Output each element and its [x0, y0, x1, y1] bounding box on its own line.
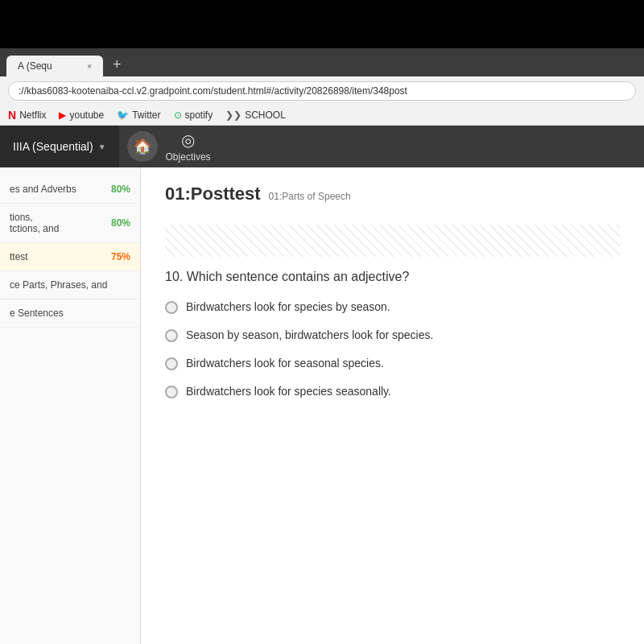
school-label: SCHOOL — [245, 109, 286, 121]
sidebar-label-4: e Sentences — [10, 308, 130, 319]
sidebar-item-4[interactable]: e Sentences — [0, 299, 140, 328]
new-tab-button[interactable]: + — [106, 53, 128, 76]
browser-chrome: A (Sequ × + N Netflix ▶ youtube 🐦 Twitte… — [0, 48, 644, 126]
sidebar-score-0: 80% — [111, 184, 130, 195]
sidebar-label-1: tions,tctions, and — [10, 212, 111, 234]
home-button[interactable]: 🏠 — [127, 131, 158, 162]
bookmarks-bar: N Netflix ▶ youtube 🐦 Twitter ⊙ spotify … — [0, 105, 644, 126]
dropdown-arrow-icon: ▼ — [98, 142, 106, 151]
bookmark-school[interactable]: ❯❯ SCHOOL — [225, 109, 286, 121]
sidebar-score-1: 80% — [111, 217, 130, 229]
question-text: 10. Which sentence contains an adjective… — [165, 270, 620, 284]
bookmark-youtube[interactable]: ▶ youtube — [59, 109, 104, 121]
sidebar-item-2[interactable]: ttest 75% — [0, 243, 140, 271]
sidebar-item-0[interactable]: es and Adverbs 80% — [0, 175, 140, 204]
sidebar-label-2: ttest — [10, 251, 111, 262]
decorative-pattern — [165, 225, 620, 257]
netflix-icon: N — [8, 109, 16, 122]
quiz-title: 01:Posttest — [165, 184, 261, 204]
monitor-bezel — [0, 0, 644, 48]
radio-button-3[interactable] — [165, 386, 178, 398]
radio-button-1[interactable] — [165, 329, 178, 342]
app-title-text: IIIA (Sequential) — [13, 140, 93, 153]
school-icon: ❯❯ — [225, 109, 242, 121]
sidebar-item-3[interactable]: ce Parts, Phrases, and — [0, 271, 140, 299]
objectives-label: Objectives — [166, 151, 211, 163]
quiz-subtitle: 01:Parts of Speech — [269, 191, 351, 202]
sidebar-item-1[interactable]: tions,tctions, and 80% — [0, 204, 140, 243]
objectives-button[interactable]: ◎ Objectives — [166, 130, 211, 163]
sidebar-score-2: 75% — [111, 251, 130, 262]
bookmark-netflix[interactable]: N Netflix — [8, 109, 46, 122]
answer-option-0[interactable]: Birdwatchers look for species by season. — [165, 300, 620, 314]
tab-label: A (Sequ — [18, 60, 52, 72]
sidebar-label-3: ce Parts, Phrases, and — [10, 279, 130, 291]
objectives-icon: ◎ — [181, 130, 195, 150]
main-content: IIIA (Sequential) ▼ 🏠 ◎ Objectives es an… — [0, 126, 644, 644]
tab-bar: A (Sequ × + — [6, 53, 638, 76]
app-navbar: IIIA (Sequential) ▼ 🏠 ◎ Objectives — [0, 126, 644, 167]
answer-text-1: Season by season, birdwatchers look for … — [186, 328, 433, 341]
app-title-section[interactable]: IIIA (Sequential) ▼ — [0, 126, 119, 167]
answer-option-2[interactable]: Birdwatchers look for seasonal species. — [165, 357, 620, 370]
url-input[interactable] — [8, 81, 636, 101]
twitter-label: Twitter — [132, 109, 160, 121]
active-tab[interactable]: A (Sequ × — [6, 56, 103, 76]
quiz-area: 01:Posttest 01:Parts of Speech 10. Which… — [141, 167, 644, 644]
answer-text-0: Birdwatchers look for species by season. — [186, 300, 390, 313]
netflix-label: Netflix — [19, 109, 46, 121]
answer-text-2: Birdwatchers look for seasonal species. — [186, 357, 384, 369]
sidebar: es and Adverbs 80% tions,tctions, and 80… — [0, 167, 141, 644]
twitter-icon: 🐦 — [117, 109, 129, 121]
tab-close-button[interactable]: × — [87, 62, 92, 71]
answer-option-1[interactable]: Season by season, birdwatchers look for … — [165, 328, 620, 342]
home-icon: 🏠 — [134, 138, 151, 155]
youtube-label: youtube — [69, 109, 104, 121]
bookmark-spotify[interactable]: ⊙ spotify — [174, 109, 213, 121]
sidebar-label-0: es and Adverbs — [10, 184, 111, 195]
question-number: 10. — [165, 270, 183, 283]
question-body: Which sentence contains an adjective? — [187, 270, 410, 283]
content-layout: es and Adverbs 80% tions,tctions, and 80… — [0, 167, 644, 644]
spotify-label: spotify — [185, 109, 213, 121]
spotify-icon: ⊙ — [174, 109, 182, 121]
radio-button-2[interactable] — [165, 357, 178, 370]
answer-text-3: Birdwatchers look for species seasonally… — [186, 385, 391, 398]
radio-button-0[interactable] — [165, 301, 178, 314]
bookmark-twitter[interactable]: 🐦 Twitter — [117, 109, 160, 121]
answer-option-3[interactable]: Birdwatchers look for species seasonally… — [165, 385, 620, 398]
address-bar — [0, 76, 644, 105]
youtube-icon: ▶ — [59, 109, 66, 121]
